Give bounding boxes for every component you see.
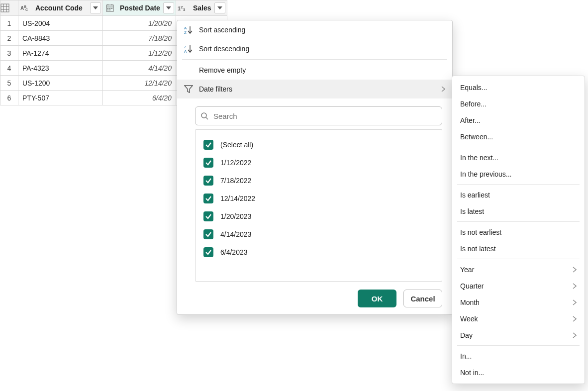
column-label: Account Code [32, 4, 90, 12]
cell-account[interactable]: PA-4323 [18, 61, 103, 76]
filter-before[interactable]: Before... [452, 96, 585, 107]
svg-rect-13 [109, 8, 110, 9]
menu-label: Remove empty [199, 66, 445, 74]
cell-posted-date[interactable]: 7/18/20 [103, 31, 176, 46]
menu-label: Date filters [199, 85, 441, 93]
text-type-icon: A B C [18, 0, 32, 15]
cell-posted-date[interactable]: 12/14/20 [103, 76, 176, 91]
chevron-right-icon [441, 86, 445, 92]
svg-rect-15 [107, 9, 108, 10]
cell-posted-date[interactable]: 1/20/20 [103, 16, 176, 31]
row-number: 4 [0, 61, 18, 76]
row-number: 5 [0, 76, 18, 91]
filter-icon [184, 85, 199, 93]
row-number: 6 [0, 91, 18, 105]
sort-ascending-item[interactable]: A Z Sort ascending [177, 20, 452, 39]
column-filter-button[interactable] [214, 2, 225, 13]
sort-asc-icon: A Z [184, 25, 199, 34]
row-number: 1 [0, 16, 18, 31]
sort-desc-icon: Z A [184, 44, 199, 53]
cell-posted-date[interactable]: 6/4/20 [103, 91, 176, 105]
date-filters-submenu: Equals... Before... After... Between... … [452, 76, 585, 107]
row-number: 3 [0, 46, 18, 61]
svg-text:Z: Z [184, 30, 187, 34]
number-type-icon: 1 2 3 [176, 0, 190, 15]
chevron-down-icon [217, 6, 222, 9]
chevron-down-icon [93, 6, 98, 9]
column-filter-button[interactable] [90, 2, 101, 13]
svg-rect-0 [1, 4, 9, 12]
column-header-account[interactable]: A B C Account Code [18, 0, 103, 16]
cell-posted-date[interactable]: 1/12/20 [103, 46, 176, 61]
remove-empty-item[interactable]: Remove empty [177, 61, 452, 80]
menu-label: Sort ascending [199, 26, 445, 34]
chevron-down-icon [166, 6, 171, 9]
svg-text:A: A [184, 49, 187, 53]
column-label: Sales [190, 4, 214, 12]
cell-account[interactable]: PA-1274 [18, 46, 103, 61]
row-number: 2 [0, 31, 18, 46]
cell-account[interactable]: US-2004 [18, 16, 103, 31]
divider [182, 59, 447, 60]
svg-rect-14 [111, 8, 112, 9]
svg-rect-16 [109, 9, 110, 10]
svg-rect-12 [107, 8, 108, 9]
filter-menu: A Z Sort ascending Z A Sort descending R… [177, 20, 453, 107]
filter-equals[interactable]: Equals... [452, 79, 585, 96]
column-header-sales[interactable]: 1 2 3 Sales [176, 0, 227, 16]
date-filters-item[interactable]: Date filters [177, 80, 452, 98]
table-corner[interactable] [0, 0, 18, 16]
cell-account[interactable]: CA-8843 [18, 31, 103, 46]
search-input-wrap[interactable] [195, 106, 442, 107]
svg-text:A: A [184, 26, 187, 30]
menu-label: Sort descending [199, 45, 445, 53]
svg-text:3: 3 [183, 7, 186, 11]
column-filter-button[interactable] [163, 2, 174, 13]
svg-text:C: C [25, 8, 28, 11]
cell-posted-date[interactable]: 4/14/20 [103, 61, 176, 76]
svg-text:Z: Z [184, 45, 187, 49]
cell-account[interactable]: PTY-507 [18, 91, 103, 105]
cell-account[interactable]: US-1200 [18, 76, 103, 91]
column-header-posted-date[interactable]: Posted Date [103, 0, 176, 16]
column-label: Posted Date [117, 4, 163, 12]
date-type-icon [103, 0, 117, 15]
table-icon [0, 3, 9, 12]
sort-descending-item[interactable]: Z A Sort descending [177, 39, 452, 58]
